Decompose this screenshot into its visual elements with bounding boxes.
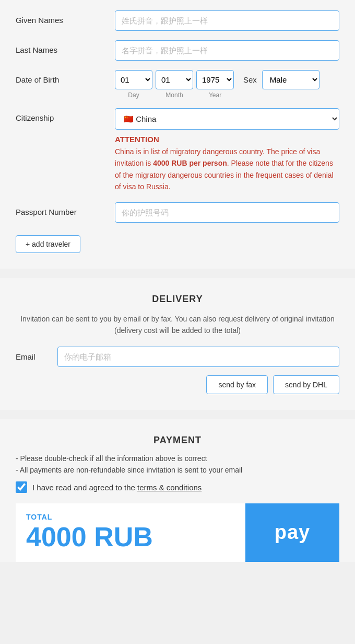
given-names-control xyxy=(115,10,339,31)
sex-label: Sex xyxy=(243,75,257,84)
total-amount: 4000 RUB xyxy=(26,522,235,552)
send-by-fax-button[interactable]: send by fax xyxy=(206,375,268,394)
delivery-buttons: send by fax send by DHL xyxy=(16,375,339,394)
month-select-group: 0102030405 0607080910 1112 Month xyxy=(156,70,193,99)
add-traveler-container: + add traveler xyxy=(16,232,339,253)
payment-title: PAYMENT xyxy=(16,435,339,446)
sex-select[interactable]: Male Female xyxy=(262,70,320,89)
last-names-row: Last Names xyxy=(16,40,339,61)
total-left: TOTAL 4000 RUB xyxy=(16,503,245,561)
email-input-container xyxy=(57,347,339,367)
attention-box: ATTENTION China is in list of migratory … xyxy=(115,135,339,193)
total-bar: TOTAL 4000 RUB pay xyxy=(16,503,339,561)
terms-link[interactable]: terms & conditions xyxy=(137,483,202,492)
payment-section: PAYMENT - Please double-check if all the… xyxy=(0,419,355,561)
dob-label: Date of Birth xyxy=(16,70,115,84)
citizenship-label: Citizenship xyxy=(16,108,115,122)
day-label: Day xyxy=(128,91,139,99)
terms-row: I have read and agreed to the terms & co… xyxy=(16,481,339,493)
delivery-section: DELIVERY Invitation can be sent to you b… xyxy=(0,278,355,410)
citizenship-select[interactable]: 🇨🇳 China 🇷🇺 Russia 🇺🇸 United States xyxy=(115,108,339,130)
year-label: Year xyxy=(209,91,221,99)
month-label: Month xyxy=(165,91,183,99)
email-label: Email xyxy=(16,352,57,361)
email-input[interactable] xyxy=(57,347,339,367)
given-names-row: Given Names xyxy=(16,10,339,31)
passport-control xyxy=(115,202,339,223)
passport-label: Passport Number xyxy=(16,202,115,216)
email-row: Email xyxy=(16,347,339,367)
given-names-input[interactable] xyxy=(115,10,339,31)
citizenship-control: 🇨🇳 China 🇷🇺 Russia 🇺🇸 United States ATTE… xyxy=(115,108,339,193)
last-names-input[interactable] xyxy=(115,40,339,61)
year-select[interactable]: 197519761970198019902000 xyxy=(196,70,234,89)
pay-button[interactable]: pay xyxy=(245,503,339,561)
payment-note-1: - Please double-check if all the informa… xyxy=(16,454,339,463)
delivery-title: DELIVERY xyxy=(16,294,339,305)
payment-note-2: - All payments are non-refundable since … xyxy=(16,466,339,474)
send-by-dhl-button[interactable]: send by DHL xyxy=(273,375,339,394)
sex-group: Sex Male Female xyxy=(243,70,320,89)
payment-notes: - Please double-check if all the informa… xyxy=(16,454,339,474)
total-label: TOTAL xyxy=(26,513,235,521)
passport-row: Passport Number xyxy=(16,202,339,223)
delivery-description: Invitation can be sent to you by email o… xyxy=(16,313,339,337)
citizenship-row: Citizenship 🇨🇳 China 🇷🇺 Russia 🇺🇸 United… xyxy=(16,108,339,193)
year-select-group: 197519761970198019902000 Year xyxy=(196,70,234,99)
last-names-control xyxy=(115,40,339,61)
last-names-label: Last Names xyxy=(16,40,115,54)
attention-text: China is in list of migratory dangerous … xyxy=(115,146,339,193)
add-traveler-button[interactable]: + add traveler xyxy=(16,235,80,253)
given-names-label: Given Names xyxy=(16,10,115,25)
month-select[interactable]: 0102030405 0607080910 1112 xyxy=(156,70,193,89)
dob-sex-controls: 0102030405 0607080910 1112131415 1617181… xyxy=(115,70,320,99)
dob-selects: 0102030405 0607080910 1112131415 1617181… xyxy=(115,70,234,99)
form-section: Given Names Last Names Date of Birth 010… xyxy=(0,0,355,269)
day-select[interactable]: 0102030405 0607080910 1112131415 1617181… xyxy=(115,70,152,89)
dob-sex-row: Date of Birth 0102030405 0607080910 1112… xyxy=(16,70,339,99)
passport-input[interactable] xyxy=(115,202,339,223)
terms-text: I have read and agreed to the terms & co… xyxy=(32,483,202,492)
terms-checkbox[interactable] xyxy=(16,481,27,493)
terms-text-prefix: I have read and agreed to the xyxy=(32,483,137,492)
attention-title: ATTENTION xyxy=(115,135,339,144)
attention-bold: 4000 RUB per person xyxy=(153,159,227,167)
day-select-group: 0102030405 0607080910 1112131415 1617181… xyxy=(115,70,152,99)
